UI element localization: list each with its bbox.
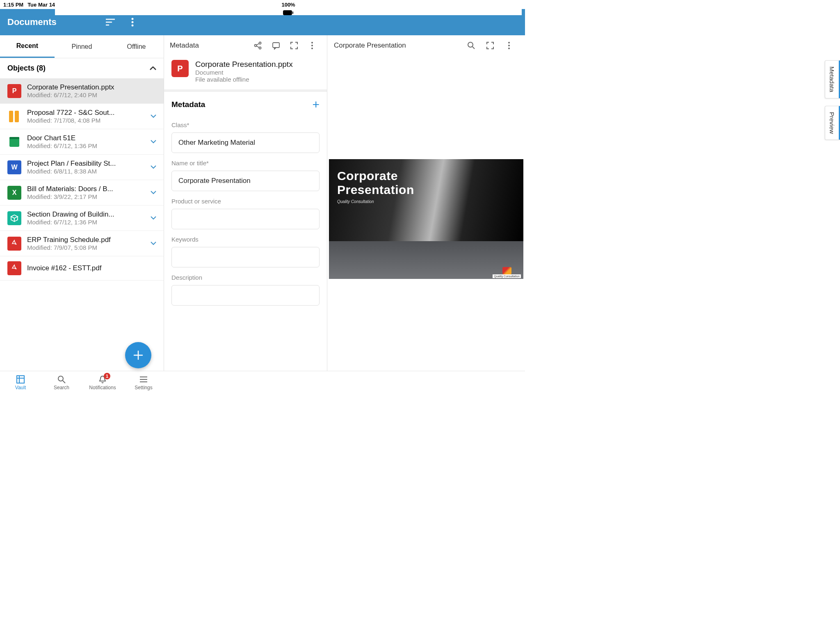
file-type-label: Document [195, 69, 293, 76]
status-date: Tue Mar 14 [27, 2, 55, 8]
svg-rect-11 [9, 137, 19, 139]
file-status-label: File available offline [195, 76, 293, 83]
metadata-panel: Metadata P Corporate Presentation.pptx D… [164, 35, 327, 371]
preview-slide-2: Quality Consultation [329, 241, 523, 279]
nav-search-label: Search [54, 385, 69, 390]
file-type-icon: P [171, 60, 189, 77]
svg-line-17 [256, 43, 259, 45]
field-class-input[interactable] [171, 132, 320, 153]
nav-vault-label: Vault [15, 385, 26, 390]
chevron-down-icon[interactable] [149, 191, 158, 194]
tab-recent[interactable]: Recent [0, 35, 55, 58]
tab-pinned[interactable]: Pinned [55, 35, 109, 58]
list-item[interactable]: ERP Training Schedule.pdfModified: 7/9/0… [0, 231, 164, 256]
item-name: Corporate Presentation.pptx [27, 83, 143, 91]
slide1-subtitle: Quality Consultation [337, 199, 515, 204]
list-item[interactable]: Section Drawing of Buildin...Modified: 6… [0, 205, 164, 231]
nav-settings[interactable]: Settings [123, 371, 164, 394]
search-nav-icon [57, 374, 66, 384]
item-name: Bill of Materials: Doors / B... [27, 185, 143, 193]
metadata-header-label: Metadata [170, 41, 199, 50]
item-subtitle: Modified: 7/9/07, 5:08 PM [27, 244, 143, 251]
comment-icon[interactable] [267, 41, 285, 50]
field-name-input[interactable] [171, 171, 320, 191]
field-class-label: Class* [171, 121, 320, 128]
document-list-panel: Recent Pinned Offline Objects (8) PCorpo… [0, 35, 164, 371]
tab-offline[interactable]: Offline [109, 35, 164, 58]
field-description-label: Description [171, 274, 320, 281]
list-item[interactable]: Proposal 7722 - S&C Sout...Modified: 7/1… [0, 104, 164, 129]
add-fab-button[interactable] [125, 342, 151, 368]
bell-icon: 1 [98, 374, 107, 384]
svg-point-25 [508, 42, 510, 43]
fullscreen-preview-icon[interactable] [481, 41, 500, 50]
more-vert-icon[interactable] [131, 18, 134, 27]
notification-badge: 1 [104, 373, 110, 379]
item-subtitle: Modified: 7/17/08, 4:08 PM [27, 117, 143, 124]
add-metadata-button[interactable]: + [312, 98, 320, 112]
svg-point-20 [311, 42, 313, 43]
svg-point-7 [131, 25, 133, 27]
list-item[interactable]: Invoice #162 - ESTT.pdf [0, 256, 164, 281]
file-title: Corporate Presentation.pptx [195, 60, 293, 69]
preview-title: Corporate Presentation [334, 41, 406, 50]
nav-search[interactable]: Search [41, 371, 82, 394]
svg-rect-19 [273, 43, 279, 48]
svg-point-22 [311, 48, 313, 49]
svg-point-27 [508, 48, 510, 49]
item-subtitle: Modified: 6/8/11, 8:38 AM [27, 168, 143, 175]
svg-rect-8 [9, 111, 13, 122]
list-item[interactable]: WProject Plan / Feasibility St...Modifie… [0, 155, 164, 180]
nav-vault[interactable]: Vault [0, 371, 41, 394]
status-time: 1:15 PM [3, 2, 23, 8]
item-name: Proposal 7722 - S&C Sout... [27, 109, 143, 117]
fullscreen-icon[interactable] [285, 41, 303, 50]
svg-point-26 [508, 45, 510, 46]
status-bar: 1:15 PM Tue Mar 14 100% [0, 0, 525, 9]
chevron-down-icon[interactable] [149, 165, 158, 169]
list-item[interactable]: Door Chart 51EModified: 6/7/12, 1:36 PM [0, 129, 164, 155]
item-subtitle: Modified: 6/7/12, 1:36 PM [27, 142, 143, 149]
svg-point-21 [311, 45, 313, 46]
sort-icon[interactable] [106, 18, 115, 26]
chevron-down-icon[interactable] [149, 242, 158, 245]
company-logo-icon [502, 267, 511, 274]
chevron-down-icon[interactable] [149, 114, 158, 118]
field-keywords-input[interactable] [171, 247, 320, 267]
field-product-input[interactable] [171, 209, 320, 229]
svg-rect-28 [17, 376, 24, 383]
item-name: Invoice #162 - ESTT.pdf [27, 264, 143, 272]
field-product-label: Product or service [171, 198, 320, 205]
more-icon[interactable] [303, 41, 321, 50]
more-preview-icon[interactable] [500, 41, 518, 50]
slide2-badge-text: Quality Consultation [493, 274, 521, 278]
collapse-icon[interactable] [150, 66, 156, 71]
metadata-section-title: Metadata [171, 100, 205, 109]
page-title: Documents [7, 17, 57, 27]
search-icon[interactable] [462, 41, 481, 50]
preview-panel: Corporate Presentation Corporate Present… [327, 35, 525, 371]
svg-point-6 [131, 21, 133, 23]
share-icon[interactable] [249, 41, 267, 50]
list-item[interactable]: XBill of Materials: Doors / B...Modified… [0, 180, 164, 205]
item-name: Door Chart 51E [27, 134, 143, 142]
item-subtitle: Modified: 6/7/12, 2:40 PM [27, 91, 143, 98]
section-objects-label: Objects (8) [7, 64, 46, 73]
item-subtitle: Modified: 6/7/12, 1:36 PM [27, 219, 143, 226]
field-keywords-label: Keywords [171, 236, 320, 243]
svg-rect-0 [283, 10, 292, 15]
battery-percent: 100% [281, 2, 295, 8]
item-name: Project Plan / Feasibility St... [27, 160, 143, 168]
slide1-title-line2: Presentation [337, 183, 515, 197]
svg-line-18 [256, 46, 259, 48]
chevron-down-icon[interactable] [149, 140, 158, 144]
chevron-down-icon[interactable] [149, 216, 158, 220]
svg-point-5 [131, 18, 133, 20]
nav-notifications[interactable]: 1 Notifications [82, 371, 123, 394]
svg-rect-1 [292, 11, 293, 14]
svg-rect-9 [15, 111, 19, 122]
item-name: Section Drawing of Buildin... [27, 210, 143, 219]
list-item[interactable]: PCorporate Presentation.pptxModified: 6/… [0, 78, 164, 104]
bottom-nav: Vault Search 1 Notifications Settings [0, 371, 525, 394]
field-description-input[interactable] [171, 285, 320, 306]
